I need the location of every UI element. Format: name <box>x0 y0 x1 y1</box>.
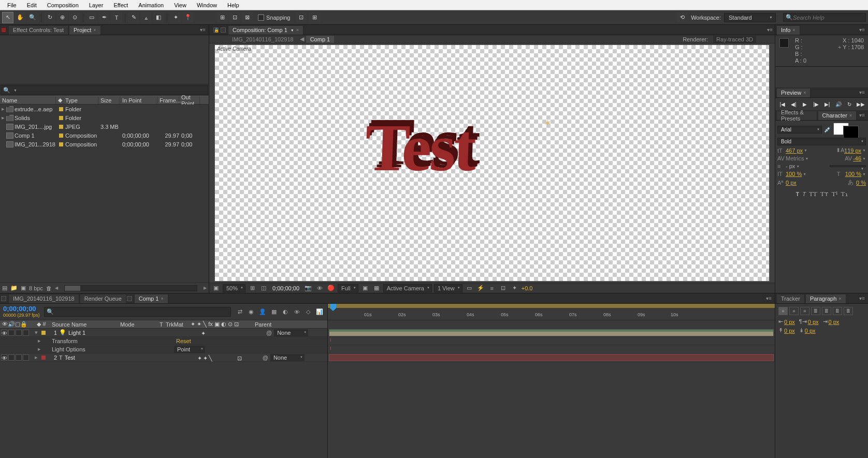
project-item-folder[interactable]: ▸extrude...e.aepFolder <box>0 105 209 113</box>
layer-bar-test[interactable] <box>328 353 775 362</box>
all-caps-icon[interactable]: TT <box>809 190 817 198</box>
composition-tab[interactable]: Composition: Comp 1 ▼× <box>228 25 303 35</box>
paragraph-tab[interactable]: Paragraph× <box>805 294 846 303</box>
always-preview-icon[interactable]: ▣ <box>211 284 221 292</box>
kerning-value[interactable]: Metrics <box>786 155 804 161</box>
layer-bar-light[interactable] <box>328 329 775 337</box>
font-family-dropdown[interactable]: Arial <box>777 126 822 134</box>
justify-all-icon[interactable]: ≣ <box>844 307 853 315</box>
indent-left-value[interactable]: 0 px <box>784 319 795 325</box>
comp-stack-active[interactable]: Comp 1 <box>306 36 335 43</box>
puppet-tool[interactable]: 📍 <box>182 12 194 23</box>
timeline-tab-rq[interactable]: Render Queue <box>80 294 126 303</box>
col-parent[interactable]: Parent <box>253 321 327 328</box>
col-label[interactable]: ◆ <box>56 96 63 104</box>
character-tab[interactable]: Character× <box>818 111 857 120</box>
project-item-jpg[interactable]: IMG_201....jpgJPEG3.3 MB <box>0 122 209 131</box>
col-size[interactable]: Size <box>98 96 120 104</box>
preview-tab[interactable]: Preview× <box>776 88 811 97</box>
space-after-value[interactable]: 0 px <box>805 328 816 334</box>
mask-icon[interactable]: ◫ <box>259 284 268 292</box>
col-type[interactable]: Type <box>63 96 98 104</box>
project-item-comp1[interactable]: Comp 1Composition0;00;00;0029.970;00 <box>0 131 209 140</box>
close-icon[interactable]: × <box>296 27 299 33</box>
col-name[interactable]: Name <box>0 96 56 104</box>
graph-editor-icon[interactable]: 📊 <box>315 307 324 317</box>
visibility-toggle[interactable]: 👁 <box>1 354 7 361</box>
lock-icon[interactable]: 🔒 <box>213 27 219 33</box>
faux-bold-icon[interactable]: T <box>795 190 799 198</box>
close-icon[interactable]: × <box>93 27 96 33</box>
parent-dropdown[interactable]: None <box>270 354 305 361</box>
brush-tool[interactable]: ✎ <box>128 12 139 23</box>
hand-tool[interactable]: ✋ <box>15 12 26 23</box>
stroke-style-dropdown[interactable] <box>830 165 866 167</box>
menu-window[interactable]: Window <box>192 1 222 9</box>
ram-preview-icon[interactable]: ▶▶ <box>857 100 865 108</box>
auto-keyframe-icon[interactable]: ◇ <box>303 307 313 317</box>
timeline-graph[interactable]: 01s 02s 03s 04s 05s 06s 07s 08s 09s 10s … <box>328 304 775 458</box>
col-trkmat[interactable]: TrkMat <box>164 321 189 328</box>
motion-blur-icon[interactable]: ◐ <box>281 307 290 317</box>
parent-pickwhip-icon[interactable]: @ <box>263 354 268 361</box>
hide-shy-icon[interactable]: 👤 <box>258 307 267 317</box>
menu-view[interactable]: View <box>169 1 192 9</box>
rotation-tool[interactable]: ↻ <box>44 12 55 23</box>
project-scrollbar[interactable] <box>64 285 197 291</box>
space-before-value[interactable]: 0 px <box>784 328 795 334</box>
indent-right-value[interactable]: 0 px <box>829 319 840 325</box>
col-in[interactable]: In Point <box>120 96 157 104</box>
timeline-icon[interactable]: ≡ <box>487 284 497 292</box>
layer-test[interactable]: 👁 ▸ 2 T Test ✦✦╲⊡ @ None <box>0 353 327 362</box>
new-comp-icon[interactable]: ▣ <box>21 285 26 291</box>
bpc-label[interactable]: 8 bpc <box>29 285 43 291</box>
playhead[interactable] <box>330 304 336 311</box>
pixel-aspect-icon[interactable]: ▭ <box>465 284 474 292</box>
selection-tool[interactable]: ↖ <box>2 12 13 23</box>
rectangle-tool[interactable]: ▭ <box>86 12 97 23</box>
clone-tool[interactable]: ⟁ <box>140 12 152 23</box>
grid-icon[interactable]: ⊞ <box>248 284 257 292</box>
info-tab[interactable]: Info× <box>776 25 800 35</box>
roi-icon[interactable]: ▣ <box>360 284 370 292</box>
hscale-value[interactable]: 100 % <box>845 171 861 177</box>
font-size-value[interactable]: 467 px <box>786 147 803 154</box>
project-tab[interactable]: Project× <box>69 25 101 35</box>
local-axis-icon[interactable]: ⊞ <box>216 12 228 23</box>
flowchart-icon[interactable]: ⊡ <box>499 284 508 292</box>
project-item-comp2[interactable]: IMG_201...2918Composition0;00;00;0029.97… <box>0 140 209 149</box>
brainstorm-icon[interactable]: 👁 <box>292 307 301 317</box>
parent-pickwhip-icon[interactable]: @ <box>266 330 272 336</box>
menu-edit[interactable]: Edit <box>22 1 42 9</box>
comp-stack-prev[interactable]: IMG_20140116_102918 <box>228 36 298 43</box>
camera-view-dropdown[interactable]: Active Camera <box>383 284 432 292</box>
menu-animation[interactable]: Animation <box>133 1 169 9</box>
stroke-swatch[interactable] <box>843 126 859 138</box>
col-source[interactable]: Source Name <box>50 321 118 328</box>
panel-menu-icon[interactable]: ▾≡ <box>764 296 774 301</box>
menu-help[interactable]: Help <box>222 1 244 9</box>
panel-menu-icon[interactable]: ▾≡ <box>857 90 867 95</box>
layer-light-options[interactable]: ▸ Light Options Point <box>0 345 327 353</box>
baseline-value[interactable]: 0 px <box>786 180 797 186</box>
justify-last-right-icon[interactable]: ≣ <box>833 307 842 315</box>
align-center-icon[interactable]: ≡ <box>789 307 799 315</box>
font-style-dropdown[interactable]: Bold <box>777 138 866 145</box>
align-left-icon[interactable]: ≡ <box>778 307 788 315</box>
layer-light[interactable]: 👁 ▾ 1 💡 Light 1 ✦ @ None <box>0 329 327 337</box>
comp-mini-flowchart-icon[interactable]: ⇄ <box>235 307 244 317</box>
visibility-toggle[interactable]: 👁 <box>1 330 7 336</box>
zoom-tool[interactable]: 🔍 <box>27 12 38 23</box>
show-snapshot-icon[interactable]: 👁 <box>315 284 324 292</box>
text-layer-test[interactable]: Test <box>364 109 475 186</box>
renderer-dropdown[interactable]: Ray-traced 3D <box>713 36 756 43</box>
snap-option2-icon[interactable]: ⊞ <box>309 12 321 23</box>
roto-tool[interactable]: ✦ <box>170 12 181 23</box>
justify-last-left-icon[interactable]: ≣ <box>811 307 820 315</box>
pen-tool[interactable]: ✒ <box>98 12 110 23</box>
timeline-tab-comp[interactable]: Comp 1× <box>134 294 168 303</box>
search-help-input[interactable] <box>793 14 865 21</box>
prev-frame-icon[interactable]: ◀| <box>790 100 798 108</box>
eyedropper-icon[interactable]: 💉 <box>824 126 831 133</box>
play-icon[interactable]: ▶ <box>801 100 809 108</box>
